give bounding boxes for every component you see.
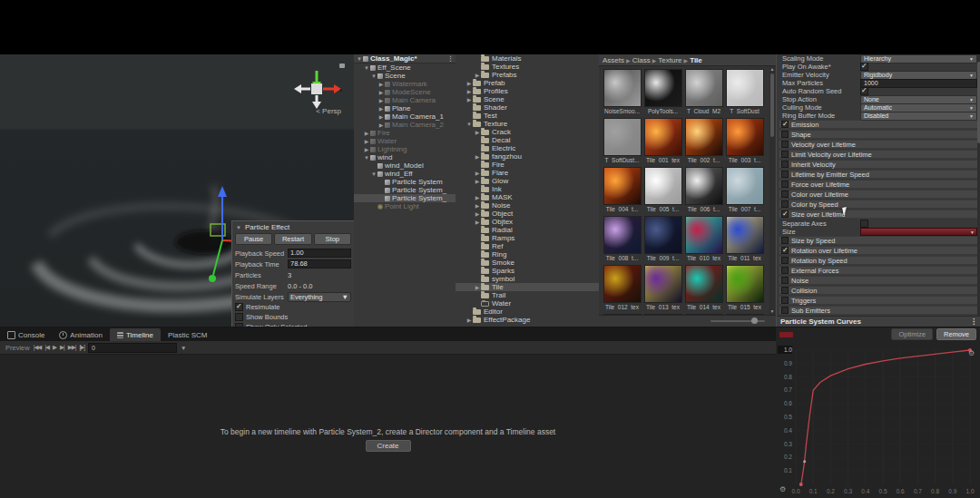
project-tree-item[interactable]: Smoke: [456, 259, 599, 267]
project-tree-item[interactable]: ▼Texture: [456, 120, 599, 128]
project-tree-item[interactable]: Editor: [456, 308, 599, 316]
hierarchy-item[interactable]: Point Light: [354, 202, 456, 210]
size-curve-legend-chip[interactable]: [779, 332, 793, 337]
tab-timeline[interactable]: Timeline: [110, 328, 161, 341]
hierarchy-item[interactable]: ▼Eff_Scene: [354, 63, 456, 72]
expander-arrow-icon[interactable]: ▼: [363, 65, 370, 71]
expander-arrow-icon[interactable]: ▶: [466, 317, 473, 323]
chevron-down-icon[interactable]: ▼: [181, 345, 185, 351]
project-tree-item[interactable]: Ramps: [456, 234, 599, 242]
project-tree-item[interactable]: ▶Crack: [456, 128, 599, 136]
asset-item[interactable]: Tile_005_t...: [644, 167, 681, 212]
expander-arrow-icon[interactable]: ▼: [370, 171, 377, 177]
asset-item[interactable]: Tile_001_tex: [644, 118, 681, 163]
project-tree-item[interactable]: Radial: [456, 226, 599, 234]
module-checkbox[interactable]: [781, 247, 789, 254]
module-bar[interactable]: Velocity over Lifetime: [779, 140, 979, 149]
hierarchy-item[interactable]: ▼Class_Magic*⋮: [354, 54, 456, 63]
kebab-menu-icon[interactable]: ⋮: [447, 55, 454, 63]
hierarchy-item[interactable]: ▶Plane: [354, 104, 456, 112]
property-checkbox[interactable]: [860, 63, 868, 71]
expander-arrow-icon[interactable]: ▶: [363, 130, 370, 136]
module-bar[interactable]: Rotation over Lifetime: [779, 246, 979, 255]
module-checkbox[interactable]: [781, 161, 789, 168]
module-bar[interactable]: Size by Speed: [779, 236, 979, 245]
module-bar[interactable]: Limit Velocity over Lifetime: [779, 150, 979, 159]
hierarchy-item[interactable]: ▼wind: [354, 153, 456, 161]
module-checkbox[interactable]: [781, 257, 789, 264]
hierarchy-item[interactable]: ▶Main Camera_1: [354, 112, 456, 121]
asset-scrollbar[interactable]: ▲▼: [769, 66, 775, 315]
project-tree-item[interactable]: ▶EffectPackage: [456, 316, 599, 324]
hierarchy-item[interactable]: Particle System: [354, 178, 456, 186]
expander-arrow-icon[interactable]: ▶: [377, 113, 385, 120]
module-bar[interactable]: Collision: [779, 286, 979, 295]
hierarchy-item[interactable]: ▶ModeScene: [354, 88, 456, 96]
breadcrumb-item[interactable]: Assets: [603, 56, 624, 64]
breadcrumb-item[interactable]: Tile: [690, 56, 702, 64]
expander-arrow-icon[interactable]: ▶: [377, 122, 385, 128]
project-tree-item[interactable]: ▶Object: [456, 210, 599, 218]
module-checkbox[interactable]: [781, 151, 789, 158]
preview-toggle[interactable]: Preview: [5, 344, 30, 352]
asset-item[interactable]: T_SoftDust: [726, 69, 763, 114]
project-tree-item[interactable]: ▶Scene: [456, 95, 599, 103]
hierarchy-item[interactable]: Particle System_: [354, 186, 456, 194]
project-tree-item[interactable]: Fire: [456, 161, 599, 169]
expander-arrow-icon[interactable]: ▶: [474, 72, 481, 78]
expander-arrow-icon[interactable]: ▶: [377, 105, 385, 112]
module-checkbox[interactable]: [781, 171, 789, 178]
expander-arrow-icon[interactable]: ▶: [466, 88, 473, 94]
asset-item[interactable]: Tile_012_tex: [603, 265, 641, 310]
expander-arrow-icon[interactable]: ▼: [363, 155, 370, 161]
module-checkbox[interactable]: [781, 267, 789, 274]
project-tree-item[interactable]: Materials: [456, 54, 599, 63]
module-bar[interactable]: Lifetime by Emitter Speed: [779, 170, 979, 179]
pe-button-stop[interactable]: Stop: [314, 233, 351, 245]
project-tree-item[interactable]: Ink: [456, 185, 599, 193]
size-curve-field[interactable]: ▼: [860, 228, 977, 236]
create-button[interactable]: Create: [365, 440, 410, 452]
module-checkbox[interactable]: [781, 190, 789, 198]
module-checkbox[interactable]: [781, 141, 789, 148]
checkbox[interactable]: [235, 303, 243, 311]
asset-item[interactable]: Tile_009_t...: [644, 216, 681, 261]
expander-arrow-icon[interactable]: ▶: [377, 81, 385, 87]
expander-arrow-icon[interactable]: ▶: [377, 97, 385, 103]
hierarchy-item[interactable]: Particle System_: [354, 194, 456, 202]
module-checkbox[interactable]: [781, 200, 789, 208]
expander-arrow-icon[interactable]: ▶: [363, 138, 370, 144]
project-tree-item[interactable]: Shader: [456, 103, 599, 112]
expander-arrow-icon[interactable]: ▼: [356, 56, 363, 62]
pe-button-restart[interactable]: Restart: [274, 233, 311, 245]
scene-view[interactable]: y x < Persp ▼ Particle Effect PauseResta…: [0, 54, 355, 327]
project-tree-item[interactable]: ▶Objtex: [456, 218, 599, 226]
hierarchy-item[interactable]: wind_Model: [354, 161, 456, 170]
expander-arrow-icon[interactable]: ▶: [363, 146, 370, 152]
asset-item[interactable]: NoiseSmoo...: [603, 69, 641, 114]
project-tree-item[interactable]: ▶Tile: [456, 283, 599, 291]
curve-graph[interactable]: 0.00.10.20.30.40.50.60.70.80.91.01.00.90…: [776, 341, 980, 498]
expander-arrow-icon[interactable]: ▶: [474, 129, 481, 135]
project-tree-item[interactable]: ▶MASK: [456, 193, 599, 201]
project-tree-item[interactable]: ▶Flare: [456, 169, 599, 177]
scene-orientation-gizmo[interactable]: y x: [289, 62, 347, 109]
tab-animation[interactable]: Animation: [52, 328, 110, 341]
asset-item[interactable]: Tile_010_tex: [685, 216, 722, 261]
hierarchy-item[interactable]: ▶Lightning: [354, 145, 456, 153]
module-checkbox[interactable]: [781, 297, 789, 304]
project-tree-item[interactable]: ▶Noise: [456, 201, 599, 210]
asset-item[interactable]: Tile_015_tex: [726, 265, 763, 310]
module-bar[interactable]: Rotation by Speed: [779, 256, 979, 265]
expander-arrow-icon[interactable]: ▶: [474, 202, 481, 209]
module-checkbox[interactable]: [781, 277, 789, 284]
frame-field[interactable]: 0: [88, 343, 177, 353]
transport-button-4[interactable]: ▶▶|: [68, 344, 76, 351]
asset-item[interactable]: Tile_011_tex: [726, 216, 763, 261]
expander-arrow-icon[interactable]: ▶: [466, 96, 473, 103]
module-bar[interactable]: Sub Emitters: [779, 306, 979, 315]
project-tree-item[interactable]: Decal: [456, 136, 599, 144]
hierarchy-item[interactable]: ▶Fire: [354, 129, 456, 137]
transport-button-0[interactable]: |◀◀: [34, 344, 42, 351]
project-tree-item[interactable]: ▶Profiles: [456, 87, 599, 95]
